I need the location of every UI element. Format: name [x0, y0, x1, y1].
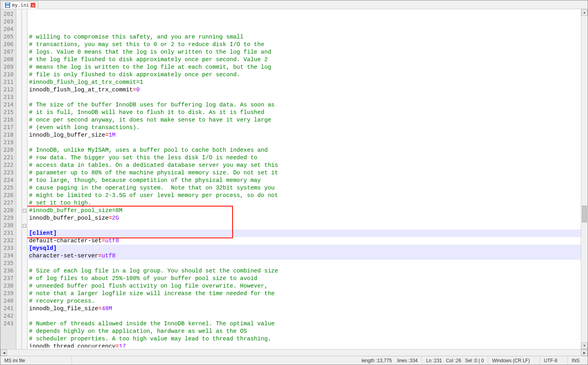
scroll-thumb[interactable] — [582, 206, 587, 222]
line-number: 202 — [1, 11, 14, 18]
code-line[interactable] — [28, 313, 581, 320]
scroll-up-icon[interactable]: ▲ — [581, 9, 588, 16]
line-number: 211 — [1, 79, 14, 86]
line-number: 239 — [1, 290, 14, 297]
disk-icon — [5, 2, 10, 8]
scroll-down-icon[interactable]: ▼ — [581, 342, 588, 349]
code-line[interactable]: # means the log is written to the log fi… — [28, 64, 581, 71]
code-line[interactable]: innodb_log_buffer_size=1M — [28, 131, 581, 139]
code-line[interactable]: # The size of the buffer InnoDB uses for… — [28, 101, 581, 109]
horizontal-scrollbar[interactable]: ◀ ▶ — [0, 350, 588, 356]
code-line[interactable]: # unneeded buffer pool flush activity on… — [28, 282, 581, 290]
status-language: MS ini file — [0, 356, 72, 365]
horizontal-scrollbar-row: ◀ ▶ — [0, 349, 588, 356]
line-number: 208 — [1, 56, 14, 64]
code-line[interactable]: # might be limited to 2-3.5G of user lev… — [28, 192, 581, 199]
line-number: 223 — [1, 169, 14, 177]
code-line[interactable]: # the log file flushed to disk approxima… — [28, 56, 581, 64]
line-number: 230 — [1, 222, 14, 230]
code-line[interactable]: # InnoDB, unlike MyISAM, uses a buffer p… — [28, 147, 581, 154]
line-number: 219 — [1, 139, 14, 147]
code-line[interactable] — [28, 260, 581, 267]
code-line[interactable]: # depends highly on the application, har… — [28, 328, 581, 335]
code-line[interactable]: # file is only flushed to disk approxima… — [28, 71, 581, 79]
code-line[interactable]: #innodb_buffer_pool_size=8M — [28, 207, 581, 214]
status-ins: INS — [568, 356, 588, 365]
line-number: 227 — [1, 199, 14, 207]
code-line[interactable]: # Size of each log file in a log group. … — [28, 267, 581, 275]
line-number-gutter: 2022032042052062072082092102112122132142… — [0, 9, 16, 349]
code-line[interactable]: default-character-set=utf8 — [28, 237, 581, 245]
code-line[interactable]: # row data. The bigger you set this the … — [28, 154, 581, 162]
code-line[interactable]: # cause paging in the operating system. … — [28, 184, 581, 192]
vertical-scrollbar[interactable]: ▲ ▼ — [581, 9, 588, 349]
line-number: 241 — [1, 305, 14, 313]
line-number: 242 — [1, 313, 14, 320]
scroll-left-icon[interactable]: ◀ — [0, 350, 7, 356]
code-line[interactable]: # (even with long transactions). — [28, 124, 581, 131]
code-line[interactable] — [28, 94, 581, 101]
line-number: 216 — [1, 116, 14, 124]
tab-filename: my.ini — [12, 2, 29, 8]
code-line[interactable]: innodb_flush_log_at_trx_commit=0 — [28, 86, 581, 94]
fold-toggle-icon[interactable]: - — [23, 209, 26, 212]
code-line[interactable]: # it is full, InnoDB will have to flush … — [28, 109, 581, 116]
code-area[interactable]: # willing to compromise this safety, and… — [27, 9, 581, 349]
code-line[interactable]: [mysqld] — [28, 245, 581, 252]
line-number: 240 — [1, 297, 14, 305]
line-number: 212 — [1, 86, 14, 94]
scroll-right-icon[interactable]: ▶ — [581, 350, 588, 356]
line-number: 206 — [1, 41, 14, 48]
line-number: 204 — [1, 26, 14, 33]
status-length: length : 13,775 lines : 334 — [357, 356, 422, 365]
svg-rect-1 — [6, 3, 9, 4]
code-line[interactable]: innodb_buffer_pool_size=2G — [28, 214, 581, 222]
code-line[interactable]: #innodb_flush_log_at_trx_commit=1 — [28, 79, 581, 86]
close-icon[interactable]: ✕ — [31, 3, 35, 8]
line-number: 235 — [1, 260, 14, 267]
code-line[interactable] — [28, 222, 581, 230]
code-line[interactable]: # willing to compromise this safety, and… — [28, 33, 581, 41]
fold-column: -- — [22, 9, 27, 349]
code-line[interactable]: # Number of threads allowed inside the I… — [28, 320, 581, 328]
line-number: 228 — [1, 207, 14, 214]
status-bar: MS ini file length : 13,775 lines : 334 … — [0, 356, 588, 365]
marker-margin — [16, 9, 22, 349]
code-line[interactable]: # note that a larger logfile size will i… — [28, 290, 581, 297]
code-line[interactable]: [client] — [28, 230, 581, 237]
code-line[interactable]: # scheduler properties. A too high value… — [28, 335, 581, 343]
code-line[interactable]: # once per second anyway, it does not ma… — [28, 116, 581, 124]
status-position: Ln : 231 Col : 26 Sel : 0 | 0 — [422, 356, 488, 365]
status-eol: Windows (CR LF) — [488, 356, 540, 365]
fold-toggle-icon[interactable]: - — [23, 224, 26, 228]
line-number: 229 — [1, 214, 14, 222]
code-line[interactable]: # set it too high. — [28, 199, 581, 207]
line-number: 215 — [1, 109, 14, 116]
code-line[interactable]: # of log files to about 25%-100% of your… — [28, 275, 581, 282]
line-number: 218 — [1, 131, 14, 139]
line-number: 231 — [1, 230, 14, 237]
status-encoding: UTF-8 — [540, 356, 568, 365]
code-line[interactable]: # transactions, you may set this to 0 or… — [28, 41, 581, 48]
tab-bar: my.ini ✕ — [0, 0, 588, 9]
code-line[interactable]: # access data in tables. On a dedicated … — [28, 162, 581, 169]
code-line[interactable]: innodb_log_file_size=48M — [28, 305, 581, 313]
code-line[interactable]: # logs. Value 0 means that the log is on… — [28, 48, 581, 56]
line-number: 234 — [1, 252, 14, 260]
line-number: 207 — [1, 48, 14, 56]
line-number: 222 — [1, 162, 14, 169]
line-number: 221 — [1, 154, 14, 162]
editor: 2022032042052062072082092102112122132142… — [0, 9, 588, 349]
code-line[interactable]: # too large, though, because competition… — [28, 177, 581, 184]
line-number: 238 — [1, 282, 14, 290]
line-number: 236 — [1, 267, 14, 275]
code-line[interactable]: # parameter up to 80% of the machine phy… — [28, 169, 581, 177]
code-line[interactable] — [28, 139, 581, 147]
line-number: 243 — [1, 320, 14, 328]
file-tab[interactable]: my.ini ✕ — [2, 1, 38, 9]
code-line[interactable]: innodb_thread_concurrency=17 — [28, 343, 581, 348]
line-number: 214 — [1, 101, 14, 109]
code-line[interactable]: character-set-server=utf8 — [28, 252, 581, 260]
line-number: 225 — [1, 184, 14, 192]
code-line[interactable]: # recovery process. — [28, 297, 581, 305]
